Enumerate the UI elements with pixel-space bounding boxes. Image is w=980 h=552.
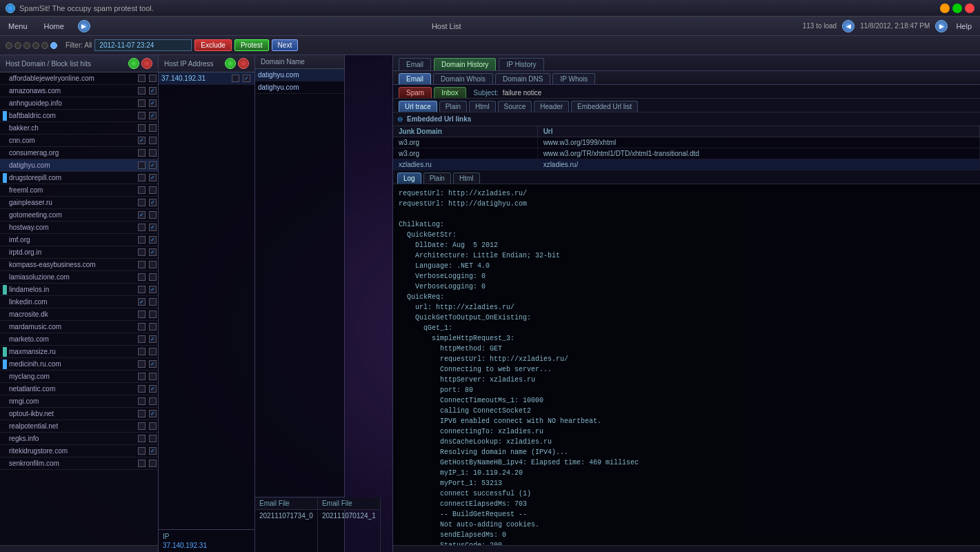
domain-chk2[interactable] [149, 149, 157, 157]
domain-chk1[interactable] [138, 348, 146, 355]
domain-chk1[interactable] [138, 248, 146, 256]
radio-dot-5[interactable] [41, 42, 48, 49]
next-button[interactable]: Next [272, 39, 299, 51]
exclude-button[interactable]: Exclude [194, 39, 232, 51]
domain-chk1[interactable] [138, 373, 146, 380]
hostip-add-button[interactable] [225, 58, 236, 69]
domain-chk2[interactable] [149, 248, 157, 256]
list-item[interactable]: medicinih.ru.com [0, 358, 158, 371]
hostip-chk1[interactable] [232, 75, 239, 82]
domain-chk2[interactable] [149, 161, 157, 169]
list-item[interactable]: lindamelos.in [0, 284, 158, 296]
domain-chk2[interactable] [149, 385, 157, 393]
domain-chk1[interactable] [138, 286, 146, 293]
list-item[interactable]: maxmansize.ru [0, 346, 158, 358]
nav-forward-button[interactable]: ▶ [78, 20, 90, 32]
maximize-button[interactable] [952, 3, 962, 13]
radio-dot-4[interactable] [32, 42, 39, 49]
url-tab-plain[interactable]: Plain [439, 101, 467, 112]
expand-icon[interactable]: ⊖ [397, 115, 403, 123]
list-item[interactable]: senkronfilm.com [0, 457, 158, 470]
domain-chk1[interactable] [138, 174, 146, 181]
domain-chk1[interactable] [138, 87, 146, 95]
domain-chk1[interactable] [138, 236, 146, 244]
list-item[interactable]: gainpleaser.ru [0, 197, 158, 209]
domain-chk2[interactable] [149, 310, 157, 318]
domain-chk1[interactable] [138, 161, 146, 169]
domain-chk1[interactable] [138, 323, 146, 331]
inner-tab-email[interactable]: Email [399, 73, 431, 84]
list-item[interactable]: drugstorepill.com [0, 172, 158, 184]
domain-chk1[interactable] [138, 224, 146, 231]
protest-button[interactable]: Protest [234, 39, 269, 51]
list-item[interactable]: gotomeeting.com [0, 209, 158, 221]
domain-chk2[interactable] [149, 323, 157, 331]
url-tab-source[interactable]: Source [498, 101, 532, 112]
list-item[interactable]: freeml.com [0, 184, 158, 197]
domain-chk2[interactable] [149, 422, 157, 430]
domain-chk1[interactable] [138, 211, 146, 219]
list-item[interactable]: mardamusic.com [0, 321, 158, 333]
help-item[interactable]: Help [953, 21, 974, 32]
domain-remove-button[interactable] [141, 58, 152, 69]
domain-chk2[interactable] [149, 273, 157, 281]
close-button[interactable] [965, 3, 974, 13]
domain-chk1[interactable] [138, 397, 146, 405]
domain-chk1[interactable] [138, 261, 146, 268]
domain-chk1[interactable] [138, 447, 146, 455]
inner-tab-domain-whois[interactable]: Domain Whois [433, 73, 493, 84]
radio-dot-2[interactable] [14, 42, 21, 49]
domain-chk2[interactable] [149, 348, 157, 355]
domain-chk1[interactable] [138, 186, 146, 194]
url-tab-html[interactable]: Html [469, 101, 496, 112]
log-scroll-x[interactable] [393, 545, 980, 552]
list-item[interactable]: affordablejewelryonline.com [0, 72, 158, 85]
list-item[interactable]: macrosite.dk [0, 308, 158, 321]
list-item[interactable]: baftbaldric.com [0, 110, 158, 122]
domain-chk1[interactable] [138, 310, 146, 318]
nav-next-button[interactable]: ▶ [935, 20, 948, 32]
domain-chk2[interactable] [149, 224, 157, 231]
list-item[interactable]: datighyu.com [255, 81, 344, 94]
table-row[interactable]: w3.orgwww.w3.org/1999/xhtml [393, 137, 980, 148]
domain-chk2[interactable] [149, 87, 157, 95]
domain-chk2[interactable] [149, 373, 157, 380]
domain-chk1[interactable] [138, 149, 146, 157]
log-tab-log[interactable]: Log [397, 172, 421, 184]
domain-chk1[interactable] [138, 273, 146, 281]
domain-chk1[interactable] [138, 75, 146, 82]
domain-chk2[interactable] [149, 298, 157, 306]
domain-chk1[interactable] [138, 99, 146, 107]
table-row[interactable]: xzladies.ruxzladies.ru/ [393, 159, 980, 170]
domain-chk1[interactable] [138, 298, 146, 306]
list-item[interactable]: realpotential.net [0, 420, 158, 433]
list-item[interactable]: myclang.com [0, 371, 158, 383]
url-tab-trace[interactable]: Url trace [399, 101, 437, 112]
domain-chk2[interactable] [149, 124, 157, 132]
list-item[interactable]: optout-ikbv.net [0, 408, 158, 420]
domain-chk2[interactable] [149, 261, 157, 268]
hostip-remove-button[interactable] [238, 58, 249, 69]
list-item[interactable]: imf.org [0, 234, 158, 246]
domain-chk1[interactable] [138, 112, 146, 119]
hostip-chk2[interactable] [243, 75, 250, 82]
radio-dot-6[interactable] [50, 42, 57, 49]
list-item[interactable]: datighyu.com [0, 159, 158, 172]
menu-item-menu[interactable]: Menu [6, 21, 30, 32]
domain-chk2[interactable] [149, 112, 157, 119]
domain-chk2[interactable] [149, 186, 157, 194]
list-item[interactable]: cnn.com [0, 135, 158, 147]
domain-add-button[interactable] [128, 58, 139, 69]
list-item[interactable]: irptd.org.in [0, 246, 158, 259]
url-tab-embedded[interactable]: Embedded Url list [571, 101, 638, 112]
domain-chk2[interactable] [149, 360, 157, 368]
list-item[interactable]: bakker.ch [0, 122, 158, 135]
domain-chk2[interactable] [149, 460, 157, 467]
domain-chk2[interactable] [149, 75, 157, 82]
domain-chk1[interactable] [138, 435, 146, 442]
domain-chk2[interactable] [149, 199, 157, 206]
log-tab-plain[interactable]: Plain [423, 172, 451, 184]
domain-chk1[interactable] [138, 199, 146, 206]
radio-dot-3[interactable] [23, 42, 30, 49]
minimize-button[interactable] [940, 3, 950, 13]
